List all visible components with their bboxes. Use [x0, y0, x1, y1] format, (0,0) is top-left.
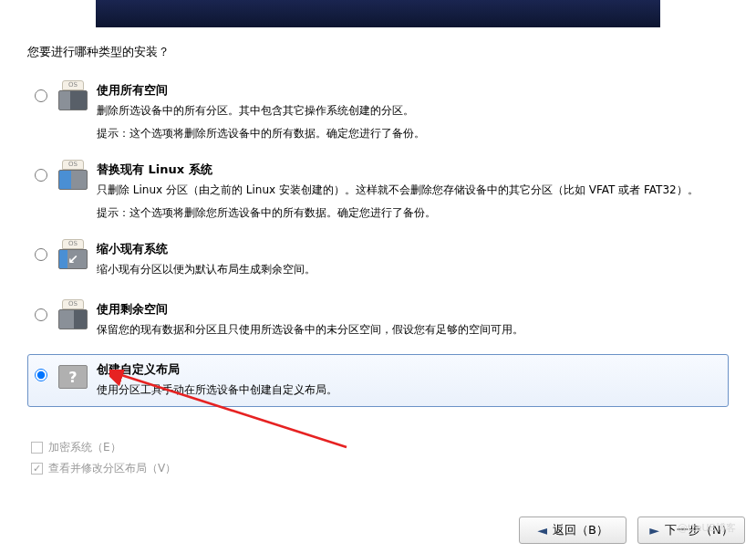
- radio-shrink[interactable]: [35, 248, 47, 261]
- disk-icon-shrink: OS ↙: [58, 239, 88, 272]
- os-tab-icon: OS: [62, 80, 84, 90]
- option-hint: 提示：这个选项将删除所选设备中的所有数据。确定您进行了备份。: [97, 126, 721, 141]
- option-desc: 保留您的现有数据和分区且只使用所选设备中的未分区空间，假设您有足够的空间可用。: [97, 321, 721, 338]
- review-label: 查看并修改分区布局（V）: [48, 461, 176, 476]
- option-desc: 删除所选设备中的所有分区。其中包含其它操作系统创建的分区。: [97, 102, 721, 119]
- review-checkbox-row[interactable]: ✓ 查看并修改分区布局（V）: [31, 461, 176, 476]
- option-title: 替换现有 Linux 系统: [97, 162, 721, 178]
- os-tab-icon: OS: [62, 299, 84, 309]
- option-desc: 使用分区工具手动在所选设备中创建自定义布局。: [97, 381, 721, 398]
- option-title: 使用剩余空间: [97, 301, 721, 318]
- arrow-left-icon: ◄: [537, 523, 547, 537]
- option-text: 创建自定义布局 使用分区工具手动在所选设备中创建自定义布局。: [97, 360, 721, 402]
- checkbox-icon-checked: ✓: [31, 463, 43, 475]
- install-type-question: 您要进行哪种类型的安装？: [27, 44, 729, 60]
- option-free-space[interactable]: OS 使用剩余空间 保留您的现有数据和分区且只使用所选设备中的未分区空间，假设您…: [27, 294, 729, 347]
- os-tab-icon: OS: [62, 239, 84, 249]
- option-desc: 只删除 Linux 分区（由之前的 Linux 安装创建的）。这样就不会删除您存…: [97, 182, 721, 198]
- option-custom-layout[interactable]: ? 创建自定义布局 使用分区工具手动在所选设备中创建自定义布局。: [27, 354, 729, 407]
- os-tab-icon: OS: [62, 160, 84, 170]
- back-button[interactable]: ◄ 返回（B）: [519, 516, 627, 544]
- option-desc: 缩小现有分区以便为默认布局生成剩余空间。: [97, 261, 721, 277]
- encrypt-checkbox-row[interactable]: 加密系统（E）: [31, 440, 176, 455]
- arrow-right-icon: ►: [649, 523, 659, 537]
- option-title: 缩小现有系统: [97, 241, 721, 257]
- radio-free-space[interactable]: [35, 308, 47, 321]
- radio-custom-layout[interactable]: [35, 369, 47, 381]
- option-title: 使用所有空间: [97, 82, 721, 99]
- option-shrink[interactable]: OS ↙ 缩小现有系统 缩小现有分区以便为默认布局生成剩余空间。: [27, 234, 729, 287]
- bottom-checkboxes: 加密系统（E） ✓ 查看并修改分区布局（V）: [31, 440, 176, 482]
- checkbox-icon: [31, 442, 43, 454]
- options-list: OS 使用所有空间 删除所选设备中的所有分区。其中包含其它操作系统创建的分区。 …: [27, 75, 729, 407]
- encrypt-label: 加密系统（E）: [48, 440, 121, 455]
- disk-icon-remaining: OS: [58, 299, 88, 332]
- option-text: 替换现有 Linux 系统 只删除 Linux 分区（由之前的 Linux 安装…: [97, 160, 721, 221]
- main-content: 您要进行哪种类型的安装？ OS 使用所有空间 删除所选设备中的所有分区。其中包含…: [27, 44, 729, 498]
- disk-icon-custom: ?: [58, 360, 88, 392]
- option-text: 缩小现有系统 缩小现有分区以便为默认布局生成剩余空间。: [97, 239, 721, 281]
- option-use-all-space[interactable]: OS 使用所有空间 删除所选设备中的所有分区。其中包含其它操作系统创建的分区。 …: [27, 75, 729, 147]
- option-replace-linux[interactable]: OS 替换现有 Linux 系统 只删除 Linux 分区（由之前的 Linux…: [27, 154, 729, 226]
- watermark: @tteUB博客: [678, 521, 736, 535]
- disk-icon-all: OS: [58, 80, 88, 113]
- radio-replace-linux[interactable]: [35, 169, 47, 182]
- back-label: 返回（B）: [553, 522, 608, 538]
- option-title: 创建自定义布局: [97, 361, 721, 378]
- header-bar: [96, 0, 660, 27]
- option-hint: 提示：这个选项将删除您所选设备中的所有数据。确定您进行了备份。: [97, 205, 721, 221]
- option-text: 使用所有空间 删除所选设备中的所有分区。其中包含其它操作系统创建的分区。 提示：…: [97, 80, 721, 141]
- option-text: 使用剩余空间 保留您的现有数据和分区且只使用所选设备中的未分区空间，假设您有足够…: [97, 299, 721, 341]
- radio-use-all-space[interactable]: [35, 89, 47, 102]
- disk-icon-replace: OS: [58, 160, 88, 193]
